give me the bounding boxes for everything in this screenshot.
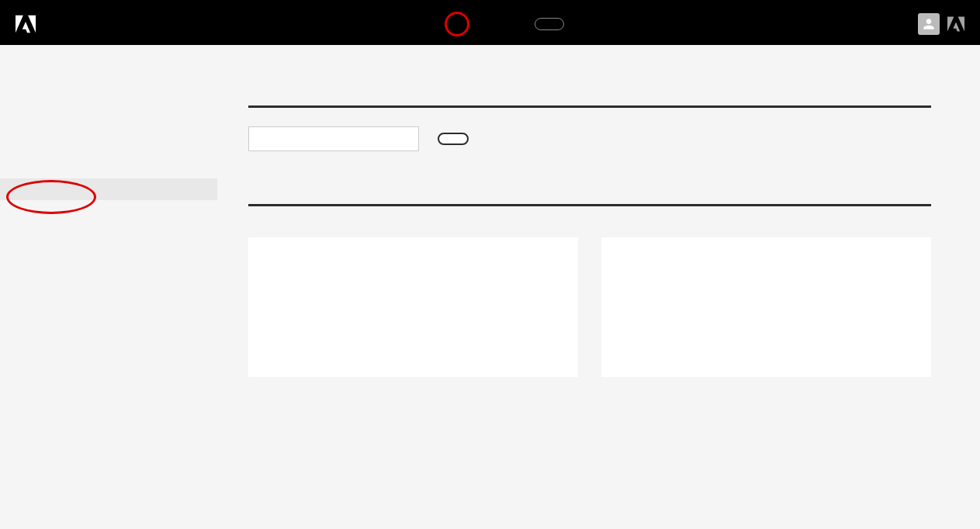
- products-grid: [248, 237, 931, 377]
- sidebar: [0, 45, 217, 408]
- register-row: [248, 126, 931, 151]
- register-section-heading: [248, 99, 931, 108]
- page-body: [0, 45, 980, 408]
- adobe-logo-icon: [16, 15, 36, 33]
- sidebar-item-order-history[interactable]: [0, 135, 217, 157]
- nav-center: [45, 18, 918, 30]
- serial-number-input[interactable]: [248, 126, 419, 151]
- main-content: [217, 45, 962, 408]
- product-card: [248, 237, 578, 377]
- logo-area: [16, 15, 45, 33]
- registered-section-heading: [248, 198, 931, 206]
- topbar-right: [918, 13, 964, 35]
- topbar: [0, 2, 980, 45]
- adobe-small-icon[interactable]: [947, 16, 964, 32]
- nav-plans[interactable]: [455, 18, 459, 30]
- sidebar-item-my-products[interactable]: [0, 178, 217, 200]
- get-help-button[interactable]: [535, 18, 564, 30]
- nav-profile[interactable]: [428, 18, 431, 30]
- product-card: [601, 237, 931, 377]
- avatar[interactable]: [918, 13, 940, 35]
- nav-communication[interactable]: [483, 18, 487, 30]
- register-button[interactable]: [438, 133, 469, 145]
- nav-overview[interactable]: [400, 18, 403, 30]
- sidebar-item-my-plans[interactable]: [0, 92, 217, 113]
